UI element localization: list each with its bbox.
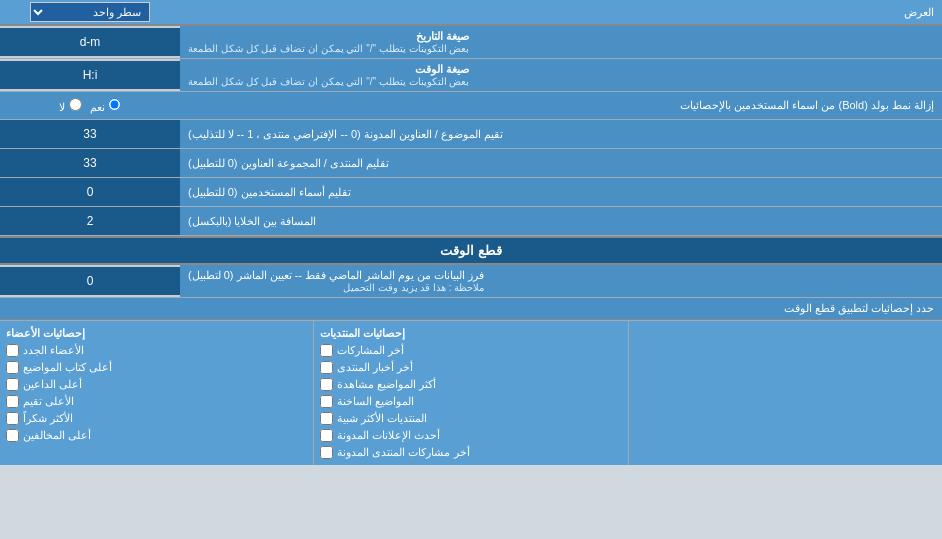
members-check-1[interactable] bbox=[6, 361, 19, 374]
radio-yes[interactable] bbox=[108, 98, 121, 111]
posts-item-5[interactable]: أحدث الإعلانات المدونة bbox=[320, 427, 621, 444]
members-check-0[interactable] bbox=[6, 344, 19, 357]
time-cutoff-input[interactable] bbox=[4, 274, 176, 288]
members-check-4[interactable] bbox=[6, 412, 19, 425]
header-label: العرض bbox=[180, 3, 942, 22]
header-row: العرض سطر واحدسطرينثلاثة أسطر bbox=[0, 0, 942, 26]
posts-check-2[interactable] bbox=[320, 378, 333, 391]
display-mode-select[interactable]: سطر واحدسطرينثلاثة أسطر bbox=[30, 2, 150, 22]
posts-check-3[interactable] bbox=[320, 395, 333, 408]
gap-input[interactable] bbox=[4, 214, 176, 228]
users-names-input[interactable] bbox=[4, 185, 176, 199]
members-item-0[interactable]: الأعضاء الجدد bbox=[6, 342, 307, 359]
checkboxes-container: إحصائيات المنتديات أخر المشاركات أخر أخب… bbox=[0, 320, 942, 465]
users-names-label: تقليم أسماء المستخدمين (0 للتطبيل) bbox=[180, 178, 942, 206]
members-check-2[interactable] bbox=[6, 378, 19, 391]
stats-apply-row: حدد إحصائيات لتطبيق قطع الوقت bbox=[0, 298, 942, 320]
posts-item-1[interactable]: أخر أخبار المنتدى bbox=[320, 359, 621, 376]
date-format-label: صيغة التاريخ بعض التكوينات يتطلب "/" الت… bbox=[180, 26, 942, 58]
time-cutoff-row: فرز البيانات من يوم الماشر الماضي فقط --… bbox=[0, 265, 942, 298]
topics-order-input-container bbox=[0, 120, 180, 148]
members-col-header: إحصائيات الأعضاء bbox=[6, 325, 307, 342]
bold-remove-label: إزالة نمط بولد (Bold) من اسماء المستخدمي… bbox=[180, 95, 942, 116]
date-format-input[interactable] bbox=[4, 35, 176, 49]
date-format-input-container bbox=[0, 28, 180, 56]
posts-check-0[interactable] bbox=[320, 344, 333, 357]
bold-remove-row: إزالة نمط بولد (Bold) من اسماء المستخدمي… bbox=[0, 92, 942, 120]
radio-no-label[interactable]: لا bbox=[59, 98, 81, 114]
time-cutoff-input-container bbox=[0, 267, 180, 295]
stats-apply-label: حدد إحصائيات لتطبيق قطع الوقت bbox=[180, 298, 942, 319]
members-item-5[interactable]: أعلى المخالفين bbox=[6, 427, 307, 444]
forum-order-label: تقليم المنتدى / المجموعة العناوين (0 للت… bbox=[180, 149, 942, 177]
time-cutoff-label: فرز البيانات من يوم الماشر الماضي فقط --… bbox=[180, 265, 942, 297]
posts-item-2[interactable]: أكثر المواضيع مشاهدة bbox=[320, 376, 621, 393]
time-format-row: صيغة الوقت بعض التكوينات يتطلب "/" التي … bbox=[0, 59, 942, 92]
forum-order-row: تقليم المنتدى / المجموعة العناوين (0 للت… bbox=[0, 149, 942, 178]
members-item-4[interactable]: الأكثر شكراً bbox=[6, 410, 307, 427]
topics-order-label: تقيم الموضوع / العناوين المدونة (0 -- ال… bbox=[180, 120, 942, 148]
members-item-3[interactable]: الأعلى تقيم bbox=[6, 393, 307, 410]
posts-item-0[interactable]: أخر المشاركات bbox=[320, 342, 621, 359]
members-check-3[interactable] bbox=[6, 395, 19, 408]
time-format-input-container bbox=[0, 61, 180, 89]
posts-item-4[interactable]: المنتديات الأكثر شبية bbox=[320, 410, 621, 427]
posts-check-1[interactable] bbox=[320, 361, 333, 374]
gap-row: المسافة بين الخلايا (بالبكسل) bbox=[0, 207, 942, 236]
posts-item-3[interactable]: المواضيع الساخنة bbox=[320, 393, 621, 410]
radio-no[interactable] bbox=[69, 98, 82, 111]
empty-col bbox=[628, 321, 942, 465]
posts-col-header: إحصائيات المنتديات bbox=[320, 325, 621, 342]
members-stats-col: إحصائيات الأعضاء الأعضاء الجدد أعلى كتاب… bbox=[0, 321, 313, 465]
topics-order-input[interactable] bbox=[4, 127, 176, 141]
forum-order-input[interactable] bbox=[4, 156, 176, 170]
posts-item-6[interactable]: أخر مشاركات المنتدى المدونة bbox=[320, 444, 621, 461]
date-format-row: صيغة التاريخ بعض التكوينات يتطلب "/" الت… bbox=[0, 26, 942, 59]
users-names-row: تقليم أسماء المستخدمين (0 للتطبيل) bbox=[0, 178, 942, 207]
dropdown-container[interactable]: سطر واحدسطرينثلاثة أسطر bbox=[0, 2, 180, 22]
members-item-1[interactable]: أعلى كتاب المواضيع bbox=[6, 359, 307, 376]
gap-label: المسافة بين الخلايا (بالبكسل) bbox=[180, 207, 942, 235]
forum-order-input-container bbox=[0, 149, 180, 177]
gap-input-container bbox=[0, 207, 180, 235]
users-names-input-container bbox=[0, 178, 180, 206]
members-check-5[interactable] bbox=[6, 429, 19, 442]
topics-order-row: تقيم الموضوع / العناوين المدونة (0 -- ال… bbox=[0, 120, 942, 149]
members-item-2[interactable]: أعلى الداعين bbox=[6, 376, 307, 393]
posts-check-5[interactable] bbox=[320, 429, 333, 442]
posts-check-4[interactable] bbox=[320, 412, 333, 425]
posts-check-6[interactable] bbox=[320, 446, 333, 459]
radio-yes-label[interactable]: نعم bbox=[90, 98, 121, 114]
time-format-label: صيغة الوقت بعض التكوينات يتطلب "/" التي … bbox=[180, 59, 942, 91]
time-section-header: قطع الوقت bbox=[0, 236, 942, 265]
posts-stats-col: إحصائيات المنتديات أخر المشاركات أخر أخب… bbox=[313, 321, 627, 465]
bold-radio-options: نعم لا bbox=[0, 98, 180, 114]
time-format-input[interactable] bbox=[4, 68, 176, 82]
